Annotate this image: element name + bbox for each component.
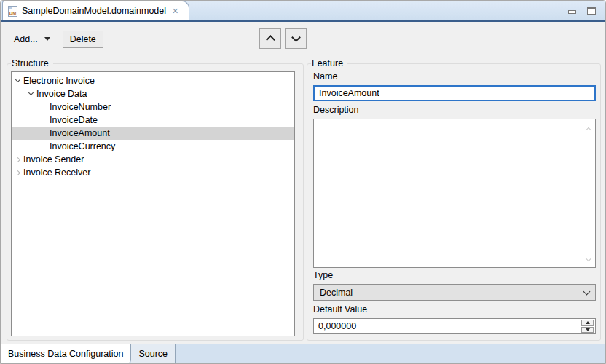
tree-item[interactable]: Invoice Receiver (12, 166, 294, 179)
toolbar: Add... Delete (1, 22, 605, 56)
expander-collapsed-icon[interactable] (12, 166, 23, 179)
expander-expanded-icon[interactable] (12, 74, 23, 87)
triangle-down-icon (586, 328, 590, 331)
tree-item-label: InvoiceAmount (50, 128, 110, 138)
add-button[interactable]: Add... (14, 34, 50, 44)
combo-chevron-down-icon (583, 288, 591, 295)
tree-item[interactable]: InvoiceDate (12, 114, 294, 127)
expander-spacer (38, 114, 50, 127)
bottom-tab-business-data-configuration[interactable]: Business Data Configuration (1, 344, 131, 363)
tree-item[interactable]: Electronic Invoice (12, 74, 294, 87)
move-buttons (259, 28, 307, 49)
structure-tree[interactable]: Electronic InvoiceInvoice DataInvoiceNum… (11, 71, 295, 336)
type-label: Type (313, 270, 333, 280)
expander-collapsed-icon[interactable] (12, 153, 23, 166)
tree-item[interactable]: Invoice Data (12, 87, 294, 100)
feature-group-label: Feature (311, 58, 347, 69)
structure-group: Structure Electronic InvoiceInvoice Data… (7, 63, 304, 341)
tree-item-label: InvoiceNumber (50, 102, 111, 112)
feature-group: Feature Name Description Type Decimal De… (307, 63, 601, 341)
default-value-spinner (313, 318, 596, 334)
add-button-label: Add... (14, 34, 38, 44)
expander-expanded-icon[interactable] (25, 87, 36, 100)
tree-item-label: Invoice Sender (23, 154, 84, 165)
tree-item-label: Invoice Receiver (23, 167, 90, 178)
spinner-buttons (581, 320, 594, 333)
description-label: Description (313, 105, 359, 115)
spinner-down-button[interactable] (581, 327, 594, 333)
name-label: Name (313, 71, 337, 82)
tree-item[interactable]: Invoice Sender (12, 153, 294, 166)
name-input[interactable] (313, 85, 596, 101)
spinner-up-button[interactable] (581, 320, 594, 326)
triangle-up-icon (586, 321, 590, 324)
default-value-input[interactable] (314, 319, 578, 333)
tree-item-label: InvoiceCurrency (50, 141, 115, 151)
minimize-icon[interactable] (568, 10, 576, 14)
tree-item[interactable]: InvoiceNumber (12, 100, 294, 114)
tab-close-icon[interactable]: ✕ (170, 7, 180, 16)
bottom-tab-label: Business Data Configuration (8, 349, 123, 359)
chevron-up-icon (266, 35, 275, 44)
bottom-tab-bar: Business Data ConfigurationSource (1, 344, 605, 363)
structure-group-label: Structure (11, 58, 53, 69)
description-input[interactable] (314, 119, 595, 267)
tree-item-label: InvoiceDate (50, 115, 98, 125)
delete-button[interactable]: Delete (63, 31, 103, 48)
tree-item-label: Electronic Invoice (23, 76, 95, 86)
maximize-icon[interactable] (587, 7, 596, 15)
editor-tab[interactable]: DM SampleDomainModel.domainmodel ✕ (2, 1, 189, 20)
tree-item-label: Invoice Data (36, 89, 87, 99)
tree-item[interactable]: InvoiceCurrency (12, 140, 294, 153)
bottom-tab-label: Source (138, 349, 168, 359)
description-field-frame (313, 119, 596, 268)
tree-item[interactable]: InvoiceAmount (12, 127, 294, 140)
editor-window: DM SampleDomainModel.domainmodel ✕ Add..… (0, 0, 606, 364)
domainmodel-file-icon: DM (8, 6, 17, 17)
default-value-label: Default Value (313, 304, 367, 314)
type-select-value: Decimal (320, 288, 353, 298)
expander-spacer (38, 127, 50, 140)
editor-tab-bar: DM SampleDomainModel.domainmodel ✕ (1, 1, 605, 22)
move-down-button[interactable] (285, 28, 307, 49)
expander-spacer (38, 100, 50, 114)
dropdown-arrow-icon (44, 37, 50, 41)
editor-tab-title: SampleDomainModel.domainmodel (22, 6, 166, 16)
view-controls (568, 7, 596, 15)
bottom-tab-source[interactable]: Source (131, 344, 176, 363)
chevron-down-icon (291, 33, 301, 42)
move-up-button[interactable] (259, 28, 281, 49)
type-select[interactable]: Decimal (313, 284, 596, 301)
expander-spacer (38, 140, 50, 153)
